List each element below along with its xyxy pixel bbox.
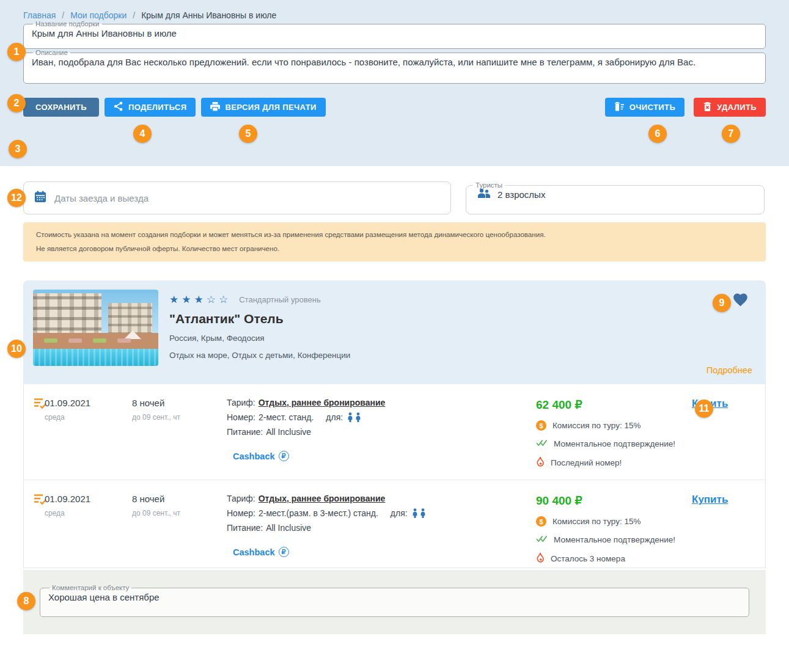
- commission-text: Комиссия по туру: 15%: [552, 517, 640, 526]
- stars-empty: ☆☆: [207, 293, 231, 306]
- save-button-label: СОХРАНИТЬ: [35, 103, 87, 112]
- buy-button[interactable]: Купить: [692, 494, 728, 505]
- details-link[interactable]: Подробнее: [706, 365, 752, 375]
- calendar-icon: [34, 191, 46, 205]
- breadcrumb-collections[interactable]: Мои подборки: [70, 10, 127, 20]
- delete-button[interactable]: УДАЛИТЬ: [694, 98, 766, 117]
- hotel-name[interactable]: "Атлантик" Отель: [169, 312, 350, 326]
- comment-section: Комментарий к объекту: [23, 570, 766, 634]
- commission-icon: $: [536, 420, 546, 431]
- annotation-badge-12: 12: [7, 189, 26, 207]
- annotation-badge-9: 9: [713, 294, 731, 312]
- delete-button-label: УДАЛИТЬ: [717, 103, 757, 112]
- notice-line-2: Не является договором публичной оферты. …: [36, 244, 753, 252]
- annotation-badge-5: 5: [239, 125, 257, 143]
- top-panel: Главная / Мои подборки / Крым для Анны И…: [0, 0, 789, 166]
- clear-list-icon: [614, 102, 625, 113]
- breadcrumb-home[interactable]: Главная: [23, 10, 56, 20]
- page: Главная / Мои подборки / Крым для Анны И…: [0, 0, 789, 672]
- dates-placeholder: Даты заезда и выезда: [54, 193, 149, 203]
- commission-text: Комиссия по туру: 15%: [552, 421, 640, 430]
- price-notice: Стоимость указана на момент создания под…: [23, 222, 766, 261]
- tour-list-icon: [24, 398, 45, 480]
- share-button[interactable]: ПОДЕЛИТЬСЯ: [105, 98, 196, 117]
- annotation-badge-3: 3: [9, 140, 27, 158]
- stars-filled: ★★★: [169, 293, 207, 306]
- ruble-circle-icon: ₽: [279, 547, 289, 557]
- meal-label: Питание:: [227, 427, 263, 437]
- favorite-heart-icon[interactable]: [732, 291, 749, 309]
- annotation-badge-8: 8: [17, 592, 35, 610]
- cashback-link[interactable]: Cashback ₽: [233, 547, 289, 557]
- cashback-label: Cashback: [233, 547, 275, 557]
- offer-pricing: 62 400 ₽ $ Комиссия по туру: 15% Момента…: [536, 398, 692, 480]
- room-label: Номер:: [227, 412, 255, 422]
- tariff-link[interactable]: Отдых, раннее бронирование: [259, 494, 386, 503]
- room-value: 2-мест.(разм. в 3-мест.) станд.: [259, 508, 378, 518]
- annotation-badge-7: 7: [722, 125, 740, 143]
- hotel-card: ★★★ ☆☆ Стандартный уровень "Атлантик" От…: [23, 280, 766, 568]
- hotel-card-header: ★★★ ☆☆ Стандартный уровень "Атлантик" От…: [23, 280, 766, 384]
- cashback-link[interactable]: Cashback ₽: [233, 451, 289, 461]
- printer-icon: [210, 102, 220, 113]
- description-input[interactable]: [32, 56, 757, 72]
- comment-input[interactable]: [48, 591, 741, 607]
- hotel-photo[interactable]: [33, 290, 158, 366]
- flame-icon: [536, 553, 545, 564]
- checkout-date: до 09 сент., чт: [132, 413, 227, 422]
- checkin-weekday: среда: [45, 509, 132, 517]
- people-icon: [477, 188, 491, 201]
- tariff-label: Тариф:: [227, 398, 255, 407]
- tariff-label: Тариф:: [227, 494, 255, 503]
- offer-pricing: 90 400 ₽ $ Комиссия по туру: 15% Момента…: [536, 494, 692, 568]
- share-button-label: ПОДЕЛИТЬСЯ: [128, 103, 186, 112]
- offer-duration: 8 ночей до 09 сент., чт: [132, 398, 227, 480]
- availability-text: Последний номер!: [551, 458, 622, 467]
- print-button-label: ВЕРСИЯ ДЛЯ ПЕЧАТИ: [225, 103, 316, 112]
- annotation-badge-10: 10: [7, 340, 26, 358]
- checkin-date: 01.09.2021: [45, 398, 132, 408]
- tourists-input[interactable]: Туристы 2 взрослых: [466, 181, 765, 214]
- double-check-icon: [536, 439, 548, 448]
- tariff-link[interactable]: Отдых, раннее бронирование: [259, 398, 386, 407]
- save-button[interactable]: СОХРАНИТЬ: [23, 98, 99, 117]
- meal-label: Питание:: [227, 523, 263, 533]
- for-label: для:: [326, 412, 343, 422]
- collection-name-input[interactable]: [32, 27, 757, 43]
- checkin-date: 01.09.2021: [45, 494, 132, 504]
- hotel-location: Россия, Крым, Феодосия: [169, 334, 350, 343]
- description-field: Описание: [23, 49, 766, 84]
- annotation-badge-11: 11: [695, 400, 713, 418]
- for-label: для:: [391, 508, 408, 518]
- room-value: 2-мест. станд.: [259, 412, 314, 422]
- filters-row: Даты заезда и выезда Туристы 2 взрослых: [0, 166, 789, 214]
- commission-icon: $: [536, 516, 546, 527]
- guest-person-icons: [412, 508, 426, 518]
- annotation-badge-4: 4: [133, 125, 152, 143]
- guest-person-icons: [347, 412, 361, 422]
- confirmation-text: Моментальное подтверждение!: [554, 535, 675, 544]
- offer-price: 62 400 ₽: [536, 398, 692, 412]
- breadcrumb-current: Крым для Анны Ивановны в июле: [141, 10, 276, 20]
- nights-count: 8 ночей: [132, 494, 227, 504]
- offer-duration: 8 ночей до 09 сент., чт: [132, 494, 227, 568]
- meal-value: All Inclusive: [266, 427, 311, 437]
- offer-date: 01.09.2021 среда: [45, 398, 132, 480]
- clear-button-label: ОЧИСТИТЬ: [629, 103, 675, 112]
- checkin-weekday: среда: [45, 413, 132, 422]
- offer-row: 01.09.2021 среда 8 ночей до 09 сент., чт…: [24, 480, 765, 568]
- print-button[interactable]: ВЕРСИЯ ДЛЯ ПЕЧАТИ: [201, 98, 325, 117]
- dates-input[interactable]: Даты заезда и выезда: [23, 181, 451, 214]
- toolbar: СОХРАНИТЬ ПОДЕЛИТЬСЯ ВЕРСИЯ ДЛЯ ПЕЧАТИ О…: [23, 98, 766, 117]
- offer-price: 90 400 ₽: [536, 494, 692, 508]
- offer-details: Тариф: Отдых, раннее бронирование Номер:…: [227, 494, 536, 568]
- hotel-tags: Отдых на море, Отдых с детьми, Конференц…: [169, 351, 350, 360]
- nights-count: 8 ночей: [132, 398, 227, 408]
- breadcrumb-separator: /: [62, 10, 64, 20]
- confirmation-text: Моментальное подтверждение!: [554, 439, 675, 448]
- room-label: Номер:: [227, 508, 255, 518]
- clear-button[interactable]: ОЧИСТИТЬ: [605, 98, 684, 117]
- comment-label: Комментарий к объекту: [50, 584, 131, 591]
- annotation-badge-2: 2: [7, 94, 26, 112]
- comment-field: Комментарий к объекту: [40, 584, 749, 617]
